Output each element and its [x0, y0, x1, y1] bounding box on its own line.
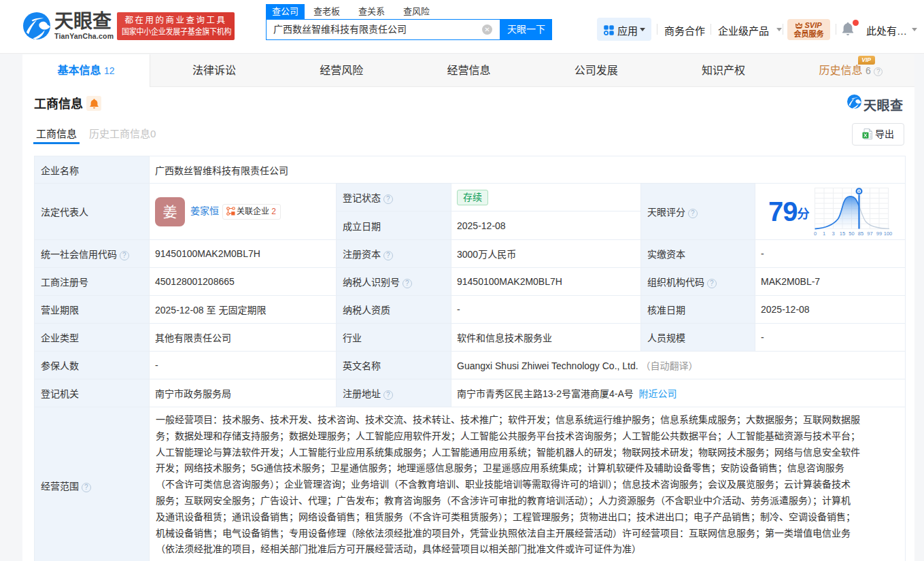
svg-text:100: 100	[883, 231, 892, 237]
svg-text:15: 15	[839, 231, 844, 237]
svg-text:50: 50	[849, 231, 854, 237]
svg-text:85: 85	[857, 231, 863, 237]
svg-text:3: 3	[832, 231, 834, 237]
svg-text:97: 97	[867, 231, 872, 237]
svg-text:0: 0	[813, 231, 816, 237]
svg-text:99: 99	[876, 231, 881, 237]
svg-text:1: 1	[822, 231, 825, 237]
